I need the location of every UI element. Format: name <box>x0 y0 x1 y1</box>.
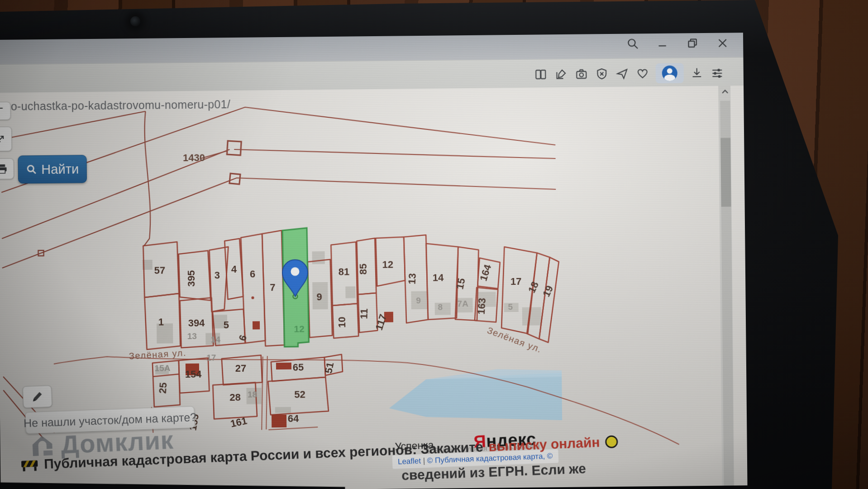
find-button-label: Найти <box>41 162 79 177</box>
webcam <box>130 16 140 26</box>
street-label: Зелёная ул. <box>486 325 543 355</box>
parcel-number-label: 395 <box>186 270 197 287</box>
search-icon <box>26 164 37 175</box>
laptop-screen: ogo-uchastka-po-kadastrovomu-nomeru-p01/ <box>0 33 748 489</box>
printer-icon <box>0 163 8 175</box>
restore-button[interactable] <box>685 36 700 50</box>
construction-barrier-icon <box>20 457 39 473</box>
parcel-number-label: 394 <box>188 317 205 329</box>
map-label: 9 <box>416 296 421 305</box>
profile-avatar-icon <box>662 66 677 81</box>
map-label: 15A <box>154 363 170 373</box>
parcel-number-label: 28 <box>229 392 241 403</box>
parcel-number-label: 5 <box>224 319 229 331</box>
parcel-number-label: 19 <box>540 284 555 299</box>
map-label: 8 <box>438 302 443 312</box>
parcel-number-label: 6 <box>250 268 255 280</box>
parcel-number-label: 10 <box>336 316 348 328</box>
parcel-number-label: 154 <box>185 369 202 380</box>
yellow-dot-icon <box>605 435 618 448</box>
measure-button[interactable] <box>23 385 52 408</box>
scrollbar-thumb[interactable] <box>720 138 731 206</box>
zoom-control-partial[interactable] <box>0 102 11 120</box>
reading-mode-icon[interactable] <box>534 66 548 82</box>
pin-edit-icon[interactable] <box>554 66 568 82</box>
parcel-number-label: 9 <box>316 291 322 302</box>
parcel-number-label: 65 <box>293 362 304 373</box>
map-label: 13 <box>187 331 197 341</box>
profile-button[interactable] <box>656 63 684 83</box>
parcel-number-label: 161 <box>229 415 248 429</box>
map-label: 1430 <box>183 152 205 163</box>
parcel-number-label: 11 <box>358 308 370 319</box>
parcel-number-label: 15 <box>454 277 467 290</box>
parcel-number-label: 64 <box>288 413 299 424</box>
downloads-icon[interactable] <box>690 65 704 81</box>
screenshot-icon[interactable] <box>574 66 589 82</box>
water-area <box>389 369 562 422</box>
minimize-button[interactable] <box>655 36 670 51</box>
parcel-number-label: 57 <box>154 264 166 276</box>
print-button[interactable] <box>0 158 14 179</box>
favorites-icon[interactable] <box>635 65 650 82</box>
parcel-number-label: 27 <box>235 363 247 374</box>
map-label: 5 <box>508 302 513 312</box>
protect-icon[interactable] <box>595 66 609 82</box>
parcel-number-label: 3 <box>215 269 220 281</box>
fullscreen-button[interactable] <box>0 127 12 151</box>
leaflet-link[interactable]: Leaflet <box>398 456 421 466</box>
parcel-number-label: 52 <box>294 388 305 400</box>
scrollbar-up-icon[interactable] <box>720 86 730 97</box>
parcel-number-label: 51 <box>323 361 336 374</box>
map-label: 12 <box>294 323 305 334</box>
photo-of-laptop: { "window": { "controls": [ {"name": "se… <box>0 0 868 489</box>
ruler-pencil-icon <box>30 390 44 404</box>
parcel-number-label: 14 <box>433 272 444 283</box>
map-label: 17 <box>206 353 216 362</box>
find-button[interactable]: Найти <box>18 155 87 183</box>
parcel-number-label: 1 <box>158 316 164 327</box>
parcel-number-label: 163 <box>476 297 488 315</box>
parcel-number-label: 7 <box>270 282 275 293</box>
map-label: 18 <box>248 390 257 399</box>
close-button[interactable] <box>715 35 730 50</box>
parcel-number-label: 18 <box>526 280 541 295</box>
search-icon[interactable] <box>625 36 640 51</box>
parcel-number-label: 25 <box>157 382 169 394</box>
parcel-number-label: 17 <box>510 276 522 287</box>
expand-arrows-icon <box>0 134 6 144</box>
domclick-house-icon <box>29 432 56 460</box>
parcel-number-label: 12 <box>382 259 393 270</box>
parcel-number-label: 85 <box>358 264 369 275</box>
parcel-number-label: 164 <box>477 263 493 282</box>
share-icon[interactable] <box>615 66 630 82</box>
parcel-number-label: 13 <box>406 273 418 285</box>
map-label: 7A <box>457 299 468 308</box>
settings-sliders-icon[interactable] <box>710 65 725 81</box>
map-label: 14 <box>211 335 221 344</box>
parcel-number-label: 4 <box>231 264 237 275</box>
parcel-number-label: 6 <box>236 333 249 342</box>
parcel-number-label: 117 <box>373 313 389 331</box>
parcel-number-label: 81 <box>339 266 350 278</box>
